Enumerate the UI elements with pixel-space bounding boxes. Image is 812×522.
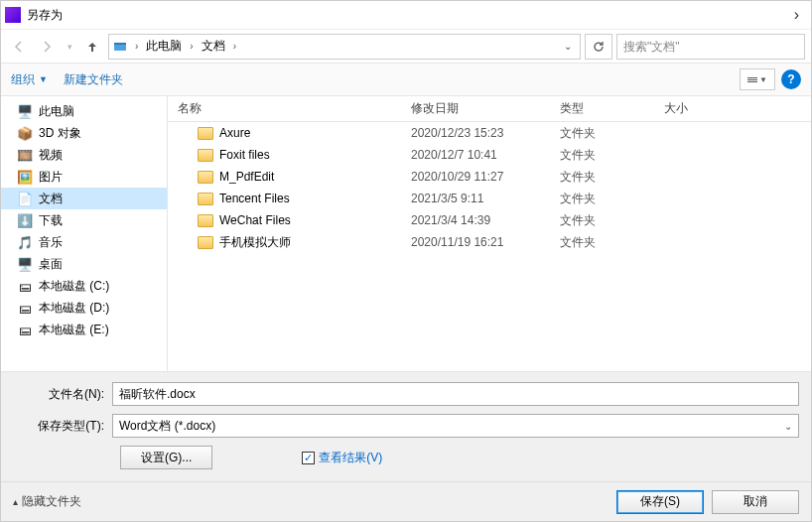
sidebar-icon: ⬇️ <box>17 212 33 228</box>
new-folder-button[interactable]: 新建文件夹 <box>64 71 123 88</box>
view-results-label: 查看结果(V) <box>319 450 382 466</box>
filetype-label: 保存类型(T): <box>13 418 112 435</box>
file-row[interactable]: Axure2020/12/23 15:23文件夹 <box>168 122 811 144</box>
sidebar-item-label: 文档 <box>39 191 63 207</box>
col-name[interactable]: 名称 <box>168 100 411 117</box>
folder-icon <box>198 171 213 184</box>
folder-icon <box>198 236 213 249</box>
file-row[interactable]: Foxit files2020/12/7 10:41文件夹 <box>168 144 811 166</box>
sidebar-item-label: 下载 <box>39 212 63 229</box>
filename-input-wrap[interactable] <box>112 382 799 406</box>
sidebar-item-4[interactable]: 📄文档 <box>1 188 167 209</box>
save-button[interactable]: 保存(S) <box>616 490 704 514</box>
sidebar-item-10[interactable]: 🖴本地磁盘 (E:) <box>1 319 167 340</box>
sidebar-item-1[interactable]: 📦3D 对象 <box>1 122 167 144</box>
address-dropdown-icon[interactable]: ⌄ <box>558 41 578 52</box>
refresh-button[interactable] <box>585 34 612 60</box>
sidebar-item-2[interactable]: 🎞️视频 <box>1 144 167 166</box>
settings-button[interactable]: 设置(G)... <box>120 446 212 469</box>
file-name: M_PdfEdit <box>219 170 274 184</box>
filetype-select[interactable]: Word文档 (*.docx) ⌄ <box>112 414 799 438</box>
sidebar-item-5[interactable]: ⬇️下载 <box>1 209 167 231</box>
sidebar-item-9[interactable]: 🖴本地磁盘 (D:) <box>1 297 167 319</box>
toolbar: 组织 ▼ 新建文件夹 ▼ ? <box>1 63 811 96</box>
sidebar-icon: 🖴 <box>17 322 33 337</box>
cancel-button[interactable]: 取消 <box>712 490 799 514</box>
breadcrumb-root[interactable]: 此电脑 <box>144 38 184 55</box>
search-input[interactable] <box>623 40 798 54</box>
address-bar[interactable]: › 此电脑 › 文档 › ⌄ <box>108 34 581 60</box>
col-date[interactable]: 修改日期 <box>411 100 560 117</box>
sidebar-item-label: 本地磁盘 (E:) <box>39 322 109 338</box>
window-title: 另存为 <box>27 7 786 24</box>
folder-icon <box>198 193 213 205</box>
file-type: 文件夹 <box>560 125 664 142</box>
file-date: 2021/3/4 14:39 <box>411 213 560 227</box>
sidebar-icon: 🖴 <box>17 300 33 316</box>
organize-dropdown-icon[interactable]: ▼ <box>39 74 48 84</box>
back-button[interactable] <box>7 35 31 59</box>
breadcrumb-folder[interactable]: 文档 <box>200 38 227 55</box>
hide-folders-button[interactable]: ▴ 隐藏文件夹 <box>13 493 81 510</box>
file-row[interactable]: WeChat Files2021/3/4 14:39文件夹 <box>168 209 811 231</box>
sidebar-item-label: 3D 对象 <box>39 125 81 142</box>
file-date: 2020/12/23 15:23 <box>411 126 560 140</box>
sidebar-icon: 📄 <box>17 191 33 206</box>
sidebar-item-3[interactable]: 🖼️图片 <box>1 166 167 188</box>
main-area: 🖥️此电脑📦3D 对象🎞️视频🖼️图片📄文档⬇️下载🎵音乐🖥️桌面🖴本地磁盘 (… <box>1 96 811 371</box>
sidebar-item-8[interactable]: 🖴本地磁盘 (C:) <box>1 275 167 297</box>
sidebar-item-label: 本地磁盘 (D:) <box>39 300 109 317</box>
sidebar-icon: 🖥️ <box>17 103 33 119</box>
up-button[interactable] <box>80 35 104 59</box>
sidebar-icon: 🖼️ <box>17 169 33 185</box>
recent-dropdown[interactable]: ▾ <box>63 35 76 59</box>
chevron-right-icon: › <box>231 41 238 52</box>
save-form: 文件名(N): 保存类型(T): Word文档 (*.docx) ⌄ 设置(G)… <box>1 371 811 481</box>
sidebar-icon: 🎞️ <box>17 147 33 163</box>
file-type: 文件夹 <box>560 191 664 207</box>
expand-icon[interactable]: › <box>786 6 807 24</box>
file-name: Tencent Files <box>219 192 290 205</box>
file-name: WeChat Files <box>219 213 291 227</box>
file-date: 2020/10/29 11:27 <box>411 170 560 184</box>
help-button[interactable]: ? <box>781 69 801 89</box>
footer: ▴ 隐藏文件夹 保存(S) 取消 <box>1 481 811 521</box>
sidebar-item-0[interactable]: 🖥️此电脑 <box>1 100 167 122</box>
file-row[interactable]: 手机模拟大师2020/11/19 16:21文件夹 <box>168 231 811 253</box>
file-name: 手机模拟大师 <box>219 234 291 251</box>
file-date: 2021/3/5 9:11 <box>411 192 560 205</box>
location-icon <box>111 38 129 56</box>
file-list: Axure2020/12/23 15:23文件夹Foxit files2020/… <box>168 122 811 371</box>
sidebar: 🖥️此电脑📦3D 对象🎞️视频🖼️图片📄文档⬇️下载🎵音乐🖥️桌面🖴本地磁盘 (… <box>1 96 168 371</box>
forward-button[interactable] <box>35 35 59 59</box>
file-type: 文件夹 <box>560 147 664 164</box>
view-mode-button[interactable]: ▼ <box>740 68 775 90</box>
file-type: 文件夹 <box>560 169 664 186</box>
sidebar-item-7[interactable]: 🖥️桌面 <box>1 253 167 275</box>
file-name: Axure <box>219 126 250 140</box>
sidebar-icon: 🖴 <box>17 278 33 294</box>
sidebar-item-label: 桌面 <box>39 256 63 273</box>
filename-label: 文件名(N): <box>13 386 112 403</box>
sidebar-item-6[interactable]: 🎵音乐 <box>1 231 167 253</box>
sidebar-item-label: 图片 <box>39 169 63 186</box>
file-row[interactable]: Tencent Files2021/3/5 9:11文件夹 <box>168 188 811 209</box>
file-row[interactable]: M_PdfEdit2020/10/29 11:27文件夹 <box>168 166 811 188</box>
folder-icon <box>198 127 213 140</box>
checkbox-icon: ✓ <box>302 452 315 464</box>
view-results-checkbox[interactable]: ✓ 查看结果(V) <box>302 450 382 466</box>
col-type[interactable]: 类型 <box>560 100 664 117</box>
organize-button[interactable]: 组织 <box>11 71 35 88</box>
navbar: ▾ › 此电脑 › 文档 › ⌄ <box>1 29 811 63</box>
chevron-right-icon: › <box>188 41 195 52</box>
filename-input[interactable] <box>119 387 792 401</box>
sidebar-item-label: 音乐 <box>39 234 63 251</box>
folder-icon <box>198 214 213 227</box>
sidebar-icon: 🖥️ <box>17 256 33 272</box>
filetype-value: Word文档 (*.docx) <box>119 418 215 435</box>
search-box[interactable] <box>616 34 805 60</box>
sidebar-item-label: 视频 <box>39 147 63 164</box>
column-headers: 名称 修改日期 类型 大小 <box>168 96 811 122</box>
content-pane: 名称 修改日期 类型 大小 Axure2020/12/23 15:23文件夹Fo… <box>168 96 811 371</box>
col-size[interactable]: 大小 <box>664 100 811 117</box>
